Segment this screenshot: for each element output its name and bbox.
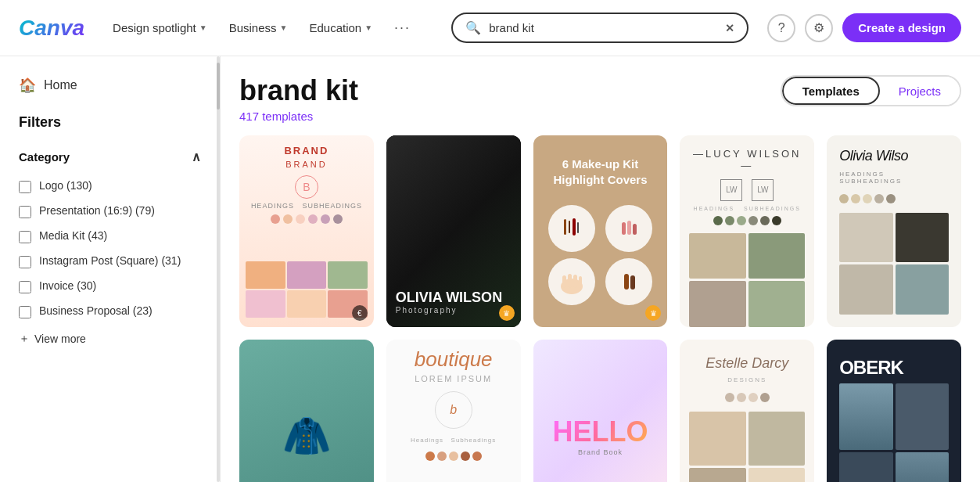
template-card-6[interactable]: 🧥 [239, 340, 374, 482]
header: Canva Design spotlight ▼ Business ▼ Educ… [0, 0, 980, 56]
mosaic-img [689, 412, 745, 466]
color-swatch [449, 451, 458, 461]
color-swatch [333, 214, 343, 224]
template-card-5[interactable]: Olivia Wilso HEADINGS SUBHEADINGS [827, 135, 961, 327]
card-5-script: Olivia Wilso [839, 148, 949, 164]
main-content: brand kit 417 templates Templates Projec… [221, 56, 980, 482]
search-input[interactable] [489, 21, 717, 34]
sidebar: 🏠 Home Filters Category ∧ Logo (130) Pre… [0, 56, 221, 482]
home-icon: 🏠 [19, 77, 36, 94]
initial-lw-right: LW [752, 179, 774, 201]
template-count: 417 templates [239, 110, 358, 123]
svg-rect-12 [624, 274, 629, 290]
scroll-thumb [217, 63, 220, 110]
invoice-checkbox[interactable] [19, 281, 31, 293]
card-4-mosaic [689, 233, 805, 327]
template-card-9[interactable]: Estelle Darcy DESIGNS [680, 340, 814, 482]
title-area: brand kit 417 templates [239, 75, 358, 123]
card-3-grid [546, 205, 655, 305]
help-button[interactable]: ? [767, 14, 795, 42]
svg-rect-3 [577, 222, 579, 233]
nav-business[interactable]: Business ▼ [220, 15, 297, 41]
makeup-circle-4 [605, 258, 652, 305]
tab-projects[interactable]: Projects [880, 77, 960, 105]
card-7-script: boutique [415, 349, 493, 369]
template-card-3[interactable]: 6 Make-up Kit Highlight Covers [533, 135, 668, 327]
presentation-checkbox[interactable] [19, 206, 31, 218]
category-invoice[interactable]: Invoice (30) [19, 274, 201, 299]
mosaic-img [896, 213, 949, 263]
makeup-circle-2 [605, 205, 652, 252]
nav-more-button[interactable]: ··· [385, 13, 420, 42]
card-9-script: Estelle Darcy [689, 349, 805, 372]
makeup-circle-1 [548, 205, 595, 252]
mosaic-img-dark [896, 383, 949, 450]
color-swatch [308, 214, 318, 224]
category-presentation[interactable]: Presentation (16:9) (79) [19, 199, 201, 224]
lipstick-concealer-icon [615, 268, 643, 296]
card-badge: € [352, 305, 368, 321]
logo-checkbox[interactable] [19, 181, 31, 193]
chevron-down-icon: ▼ [199, 23, 207, 32]
mosaic-img [839, 264, 892, 315]
card-9-sub: DESIGNS [689, 376, 805, 383]
crown-badge: ♛ [499, 305, 515, 321]
color-swatch [425, 451, 435, 461]
search-clear-button[interactable]: ✕ [725, 22, 734, 34]
card-image [246, 290, 285, 318]
card-2-name: OLIVIA WILSON [396, 290, 502, 306]
nav-education[interactable]: Education ▼ [300, 15, 382, 41]
svg-rect-6 [633, 224, 637, 235]
card-2-sub: Photography [396, 306, 502, 315]
color-swatch [321, 214, 330, 224]
nail-polish-icon [615, 214, 643, 243]
svg-rect-8 [562, 275, 566, 288]
color-swatch [748, 216, 758, 225]
card-8-sub: Brand Book [578, 448, 623, 456]
content-header: brand kit 417 templates Templates Projec… [239, 75, 961, 123]
template-card-1[interactable]: BRAND BRAND B HEADINGS SUBHEADINGS [239, 135, 374, 327]
template-card-4[interactable]: —LUCY WILSON— LW LW HEADINGS SUBHEADINGS [680, 135, 814, 327]
card-5-mosaic [839, 213, 949, 315]
mosaic-img-dark [839, 452, 892, 482]
create-design-button[interactable]: Create a design [842, 13, 961, 42]
mosaic-img-mountain [839, 383, 892, 450]
view-more-button[interactable]: ＋ View more [0, 324, 220, 354]
color-swatch [737, 216, 746, 225]
card-4-palette [689, 216, 805, 225]
main-nav: Design spotlight ▼ Business ▼ Education … [103, 13, 420, 42]
category-media-kit[interactable]: Media Kit (43) [19, 224, 201, 249]
instagram-checkbox[interactable] [19, 256, 31, 268]
category-header[interactable]: Category ∧ [19, 140, 201, 174]
card-6-figure: 🧥 [252, 352, 361, 482]
template-card-2[interactable]: OLIVIA WILSON Photography ♛ [386, 135, 521, 327]
category-instagram-post[interactable]: Instagram Post (Square) (31) [19, 249, 201, 274]
nav-design-spotlight[interactable]: Design spotlight ▼ [103, 15, 217, 41]
color-swatch [839, 194, 849, 203]
mosaic-img [689, 468, 745, 482]
business-proposal-checkbox[interactable] [19, 306, 31, 318]
tab-group: Templates Projects [781, 75, 961, 106]
card-7-lorem: LOREM IPSUM [415, 374, 492, 383]
svg-rect-0 [564, 219, 566, 235]
tab-templates[interactable]: Templates [782, 77, 880, 105]
media-kit-checkbox[interactable] [19, 231, 31, 243]
card-1-logo-circle: B [295, 175, 318, 199]
card-1-title: BRAND [284, 145, 328, 156]
search-icon: 🔍 [465, 20, 481, 35]
color-swatch [283, 214, 293, 224]
mosaic-img [689, 281, 745, 327]
settings-button[interactable]: ⚙ [805, 14, 833, 42]
template-card-10[interactable]: OBERK [827, 340, 961, 482]
color-swatch [851, 194, 860, 203]
sidebar-home-link[interactable]: 🏠 Home [0, 69, 220, 102]
makeup-tools-icon [558, 214, 586, 243]
template-card-8[interactable]: HELLO Brand Book [533, 340, 668, 482]
category-business-proposal[interactable]: Business Proposal (23) [19, 299, 201, 324]
color-swatch [461, 451, 470, 461]
initial-lw-left: LW [720, 179, 742, 201]
category-logo[interactable]: Logo (130) [19, 174, 201, 199]
color-swatch [296, 214, 305, 224]
canva-logo[interactable]: Canva [19, 16, 84, 41]
template-card-7[interactable]: boutique LOREM IPSUM b Headings Subheadi… [386, 340, 521, 482]
